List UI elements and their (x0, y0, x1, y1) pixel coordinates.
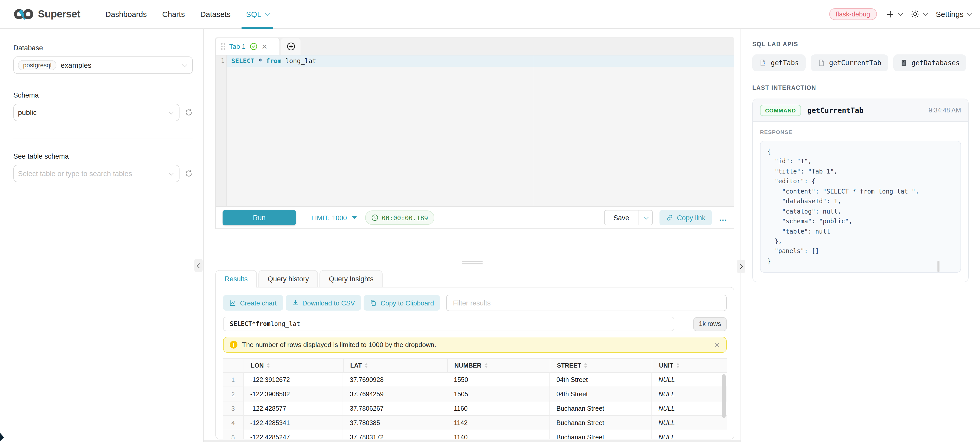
column-header-unit[interactable]: UNIT (652, 359, 727, 372)
save-options-button[interactable] (638, 210, 653, 225)
sql-statement: SELECT * from long_lat (231, 57, 316, 65)
dismiss-alert-icon[interactable]: ✕ (714, 341, 720, 349)
sort-icons (365, 363, 368, 368)
executed-query-text: SELECT * from long_lat (223, 317, 675, 331)
run-button[interactable]: Run (223, 210, 296, 225)
results-tabbar: Results Query history Query Insights (215, 270, 734, 287)
column-header-lon[interactable]: LON (243, 359, 343, 372)
copy-icon (370, 299, 377, 306)
chevron-down-icon (898, 11, 903, 16)
table-row: 3 -122.428577 37.7806267 1160 Buchanan S… (223, 401, 727, 416)
vertical-scrollbar-thumb[interactable] (722, 374, 725, 418)
command-badge: COMMAND (760, 104, 801, 116)
row-number-header (223, 359, 243, 372)
sort-icons (676, 363, 679, 368)
response-json-box: { "id": "1", "title": "Tab 1", "editor":… (760, 140, 961, 273)
response-label: RESPONSE (760, 129, 961, 135)
query-tab[interactable]: Tab 1 ✕ (216, 38, 280, 55)
scrollbar-thumb[interactable] (937, 261, 940, 272)
table-schema-group: See table schema Select table or type to… (13, 152, 193, 182)
table-select[interactable]: Select table or type to search tables (13, 165, 180, 182)
clock-icon (372, 214, 379, 221)
results-panel: Create chart Download to CSV (215, 287, 734, 439)
chevron-down-icon (923, 11, 928, 16)
check-circle-icon (250, 43, 258, 50)
download-icon (291, 299, 299, 306)
database-group: Database postgresql examples (13, 44, 193, 74)
table-row: 1 -122.3912672 37.7690928 1550 04th Stre… (223, 373, 727, 387)
panel-resize-handle[interactable] (204, 261, 740, 266)
tabs-page-icon (759, 59, 767, 67)
collapse-left-panel-button[interactable] (194, 259, 202, 272)
brand-wordmark: Superset (38, 8, 80, 20)
print-margin-line (533, 56, 533, 206)
column-header-lat[interactable]: LAT (343, 359, 447, 372)
api-chip-getdatabases[interactable]: getDatabases (893, 54, 966, 71)
theme-toggle-button[interactable] (911, 10, 927, 19)
chevron-down-icon (182, 62, 187, 67)
query-timer: 00:00:00.189 (365, 211, 434, 225)
row-count-badge: 1k rows (693, 317, 727, 331)
nav-dashboards[interactable]: Dashboards (98, 0, 154, 28)
filter-results-input[interactable] (446, 295, 727, 311)
settings-menu[interactable]: Settings (936, 10, 971, 19)
more-actions-button[interactable]: ... (719, 213, 727, 222)
table-row: 5 -122.4285247 37.7803172 1140 Buchanan … (223, 430, 727, 439)
superset-logo-icon (13, 7, 34, 21)
chevron-down-icon (265, 11, 270, 16)
page-body: Database postgresql examples Schema publ… (0, 29, 980, 442)
add-tab-button[interactable] (281, 38, 301, 55)
copy-link-button[interactable]: Copy link (660, 210, 712, 225)
line-number: 1 (216, 57, 224, 64)
top-navbar: Superset Dashboards Charts Datasets SQL … (0, 0, 980, 29)
environment-badge: flask-debug (829, 8, 877, 20)
executed-query-row: SELECT * from long_lat 1k rows (223, 317, 727, 331)
table-header-row: LON LAT NUMBER STREET UNIT (223, 359, 727, 373)
sql-code-editor[interactable]: 1 SELECT * from long_lat (215, 55, 734, 206)
results-area: Results Query history Query Insights Cre… (215, 270, 734, 439)
command-timestamp: 9:34:48 AM (929, 107, 961, 114)
column-header-number[interactable]: NUMBER (447, 359, 550, 372)
last-interaction-title: LAST INTERACTION (752, 85, 969, 91)
editor-card: Tab 1 ✕ (215, 37, 734, 229)
superset-logo[interactable]: Superset (13, 7, 80, 21)
download-csv-button[interactable]: Download to CSV (285, 295, 361, 311)
refresh-schemas-button[interactable] (185, 109, 193, 116)
nav-datasets[interactable]: Datasets (192, 0, 238, 28)
database-select[interactable]: postgresql examples (13, 56, 193, 74)
plus-icon (886, 10, 894, 18)
copy-clipboard-button[interactable]: Copy to Clipboard (364, 295, 440, 311)
timer-value: 00:00:00.189 (382, 214, 428, 222)
schema-select[interactable]: public (13, 104, 180, 121)
nav-sql[interactable]: SQL (238, 0, 276, 28)
save-button[interactable]: Save (604, 210, 638, 225)
sql-lab-api-panel: SQL LAB APIS getTabs getCurrentTab (740, 29, 980, 442)
chevron-down-icon (967, 11, 972, 16)
api-panel-title: SQL LAB APIS (752, 41, 969, 47)
refresh-tables-button[interactable] (185, 169, 193, 178)
limit-dropdown[interactable]: LIMIT:1000 (311, 214, 357, 222)
collapse-right-panel-button[interactable] (737, 260, 745, 273)
chart-icon (229, 299, 236, 306)
interaction-header: COMMAND getCurrentTab 9:34:48 AM (753, 99, 968, 122)
nav-charts[interactable]: Charts (154, 0, 192, 28)
api-chip-getcurrenttab[interactable]: getCurrentTab (811, 54, 888, 71)
close-tab-icon[interactable]: ✕ (261, 42, 267, 51)
table-select-placeholder: Select table or type to search tables (18, 169, 132, 178)
column-header-street[interactable]: STREET (550, 359, 652, 372)
database-engine-tag: postgresql (18, 60, 57, 70)
bottom-edge (204, 440, 740, 442)
editor-toolbar: Run LIMIT:1000 00:00:00.189 S (215, 206, 734, 229)
create-chart-button[interactable]: Create chart (223, 295, 283, 311)
main-nav: Dashboards Charts Datasets SQL (98, 0, 277, 28)
chevron-right-icon (738, 264, 743, 269)
tab-results[interactable]: Results (215, 270, 257, 287)
navbar-right: flask-debug Settings (829, 8, 971, 20)
chevron-down-icon (169, 170, 174, 175)
new-item-button[interactable] (886, 10, 902, 18)
file-cabinet-icon (900, 59, 907, 67)
refresh-icon (185, 169, 193, 178)
tab-query-insights[interactable]: Query Insights (320, 270, 383, 287)
api-chip-gettabs[interactable]: getTabs (752, 54, 806, 71)
tab-query-history[interactable]: Query history (258, 270, 318, 287)
